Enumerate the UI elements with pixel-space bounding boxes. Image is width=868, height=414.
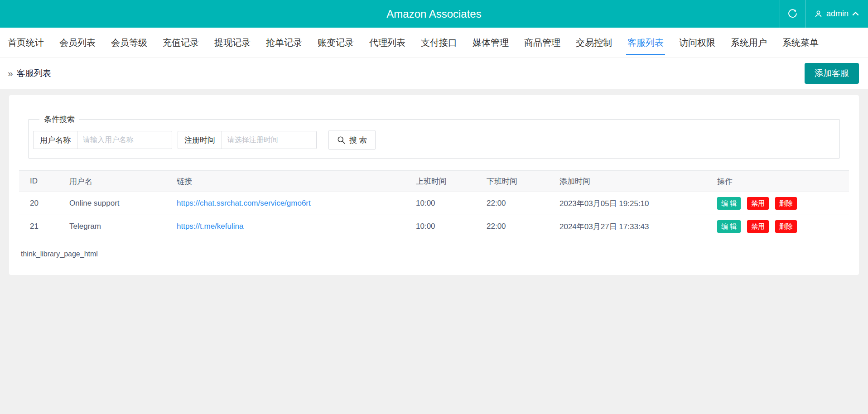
page-footer-note: think_library_page_html	[19, 250, 849, 258]
nav-item-order-grab-records[interactable]: 抢单记录	[258, 28, 310, 58]
table-row: 21 Telegram https://t.me/kefulina 10:00 …	[19, 215, 849, 238]
delete-button[interactable]: 删除	[775, 197, 797, 210]
cell-added-time: 2023年03月05日 19:25:10	[552, 192, 710, 215]
user-menu[interactable]: admin	[806, 0, 868, 28]
nav-item-media-management[interactable]: 媒体管理	[465, 28, 516, 58]
user-icon	[814, 10, 823, 18]
cell-work-start: 10:00	[409, 215, 479, 238]
nav-item-home-stats[interactable]: 首页统计	[0, 28, 52, 58]
nav-item-balance-change-records[interactable]: 账变记录	[310, 28, 362, 58]
disable-button[interactable]: 禁用	[747, 220, 769, 233]
app-title: Amazon Associates	[0, 0, 868, 28]
search-fieldset: 条件搜索 用户名称 注册时间 搜 索	[28, 114, 840, 159]
nav-item-access-permission[interactable]: 访问权限	[671, 28, 723, 58]
breadcrumb-current: 客服列表	[17, 67, 51, 79]
add-customer-service-button[interactable]: 添加客服	[805, 63, 859, 84]
cell-username: Online support	[62, 192, 169, 215]
cell-actions: 编 辑 禁用 删除	[710, 215, 849, 238]
nav-item-recharge-records[interactable]: 充值记录	[155, 28, 207, 58]
search-filters: 用户名称 注册时间 搜 索	[33, 130, 835, 150]
top-header: Amazon Associates admin	[0, 0, 868, 28]
cell-id: 20	[19, 192, 62, 215]
nav-item-member-list[interactable]: 会员列表	[52, 28, 103, 58]
col-header-work-start: 上班时间	[409, 171, 479, 192]
search-button[interactable]: 搜 索	[328, 130, 376, 150]
breadcrumb-arrow-icon: »	[8, 68, 13, 79]
nav-item-payment-interface[interactable]: 支付接口	[413, 28, 465, 58]
register-time-input-group: 注册时间	[178, 131, 317, 149]
cell-username: Telegram	[62, 215, 169, 238]
cell-link[interactable]: https://t.me/kefulina	[177, 222, 243, 231]
header-actions: admin	[780, 0, 868, 28]
cell-actions: 编 辑 禁用 删除	[710, 192, 849, 215]
nav-item-member-level[interactable]: 会员等级	[103, 28, 155, 58]
cell-id: 21	[19, 215, 62, 238]
delete-button[interactable]: 删除	[775, 220, 797, 233]
search-button-label: 搜 索	[349, 135, 367, 145]
username-input[interactable]	[77, 131, 172, 149]
search-legend: 条件搜索	[39, 114, 79, 125]
col-header-actions: 操作	[710, 171, 849, 192]
edit-button[interactable]: 编 辑	[717, 220, 741, 233]
refresh-icon	[788, 9, 797, 19]
main-nav: 首页统计 会员列表 会员等级 充值记录 提现记录 抢单记录 账变记录 代理列表 …	[0, 28, 868, 58]
cell-link[interactable]: https://chat.ssrchat.com/service/gmo6rt	[177, 199, 311, 207]
table-header-row: ID 用户名 链接 上班时间 下班时间 添加时间 操作	[19, 171, 849, 192]
customer-service-table: ID 用户名 链接 上班时间 下班时间 添加时间 操作 20 Online su…	[19, 170, 849, 238]
nav-item-trade-control[interactable]: 交易控制	[568, 28, 620, 58]
username-label: 用户名称	[33, 131, 77, 149]
username-input-group: 用户名称	[33, 131, 172, 149]
nav-item-withdraw-records[interactable]: 提现记录	[207, 28, 258, 58]
register-time-input[interactable]	[222, 131, 317, 149]
cell-work-start: 10:00	[409, 192, 479, 215]
breadcrumb-bar: » 客服列表 添加客服	[0, 58, 868, 89]
col-header-link: 链接	[169, 171, 409, 192]
edit-button[interactable]: 编 辑	[717, 197, 741, 210]
customer-service-card: 条件搜索 用户名称 注册时间 搜 索	[9, 95, 859, 275]
chevron-up-icon	[852, 11, 859, 16]
cell-work-end: 22:00	[479, 192, 552, 215]
col-header-added-time: 添加时间	[552, 171, 710, 192]
nav-item-agent-list[interactable]: 代理列表	[362, 28, 413, 58]
nav-item-customer-service-list[interactable]: 客服列表	[620, 28, 671, 58]
cell-work-end: 22:00	[479, 215, 552, 238]
cell-added-time: 2024年03月27日 17:33:43	[552, 215, 710, 238]
col-header-username: 用户名	[62, 171, 169, 192]
content-area: 条件搜索 用户名称 注册时间 搜 索	[0, 89, 868, 275]
col-header-work-end: 下班时间	[479, 171, 552, 192]
register-time-label: 注册时间	[178, 131, 222, 149]
refresh-button[interactable]	[780, 0, 805, 28]
nav-item-product-management[interactable]: 商品管理	[516, 28, 568, 58]
user-name: admin	[826, 9, 849, 19]
table-row: 20 Online support https://chat.ssrchat.c…	[19, 192, 849, 215]
disable-button[interactable]: 禁用	[747, 197, 769, 210]
search-icon	[337, 136, 346, 144]
col-header-id: ID	[19, 171, 62, 192]
nav-item-system-users[interactable]: 系统用户	[723, 28, 775, 58]
nav-item-system-menu[interactable]: 系统菜单	[775, 28, 826, 58]
